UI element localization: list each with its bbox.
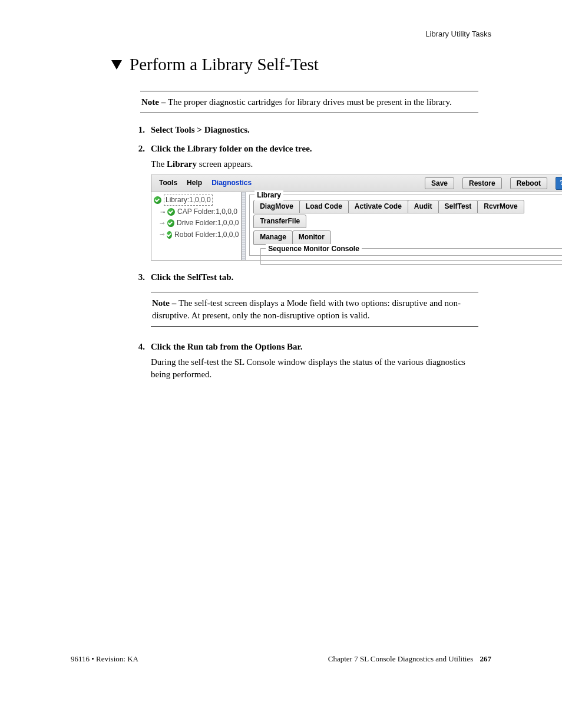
save-button[interactable]: Save	[425, 177, 454, 189]
step-num: 3.	[134, 271, 145, 335]
check-icon	[167, 231, 172, 239]
splitter[interactable]	[242, 192, 246, 260]
text: screen appears.	[197, 159, 253, 169]
check-icon	[154, 196, 161, 204]
tab-monitor[interactable]: Monitor	[292, 230, 331, 244]
footer-left: 96116 • Revision: KA	[71, 654, 138, 664]
running-head: Library Utility Tasks	[71, 29, 491, 38]
steps-list: 1. Select Tools > Diagnostics. 2. Click …	[71, 124, 478, 381]
tree-node-cap[interactable]: ⊸ CAP Folder:1,0,0,0	[158, 206, 240, 218]
step-num: 1.	[134, 124, 145, 137]
menu-tools[interactable]: Tools	[154, 177, 182, 189]
device-tree[interactable]: Library:1,0,0,0 ⊸ CAP Folder:1,0,0,0 ⊸ D…	[151, 192, 242, 260]
step-num: 2.	[134, 143, 145, 265]
step-3: Click the SelfTest tab.	[151, 272, 233, 282]
menu-help[interactable]: Help	[182, 177, 207, 189]
page-number: 267	[480, 654, 492, 663]
tree-label: CAP Folder:1,0,0,0	[177, 207, 237, 217]
expand-icon[interactable]: ⊸	[160, 209, 165, 215]
check-icon	[167, 219, 174, 227]
library-panel: Library DiagMove Load Code Activate Code…	[246, 192, 562, 260]
tab-manage[interactable]: Manage	[253, 230, 293, 244]
step-1: Select Tools > Diagnostics.	[151, 125, 250, 134]
tab-rcvrmove[interactable]: RcvrMove	[477, 200, 524, 213]
expand-icon[interactable]: ⊸	[160, 220, 165, 226]
note-block-1: Note – The proper diagnostic cartridges …	[140, 91, 478, 113]
check-icon	[167, 208, 175, 216]
footer-chapter: Chapter 7 SL Console Diagnostics and Uti…	[328, 654, 474, 663]
page-footer: 96116 • Revision: KA Chapter 7 SL Consol…	[71, 654, 491, 664]
tree-node-library[interactable]: Library:1,0,0,0	[153, 194, 240, 206]
text: The	[151, 159, 167, 169]
menu-diagnostics[interactable]: Diagnostics	[207, 177, 256, 189]
svg-marker-0	[111, 60, 122, 70]
sequence-monitor-console: Sequence Monitor Console	[260, 248, 562, 265]
tab-diagmove[interactable]: DiagMove	[253, 200, 300, 213]
tab-transferfile[interactable]: TransferFile	[253, 215, 306, 228]
triangle-down-icon	[111, 60, 123, 70]
note-label: Note –	[141, 97, 168, 107]
reboot-button[interactable]: Reboot	[510, 177, 547, 189]
inner-legend: Sequence Monitor Console	[266, 244, 362, 254]
note-label: Note –	[152, 298, 178, 308]
tree-node-drive[interactable]: ⊸ Drive Folder:1,0,0,0	[158, 218, 240, 229]
title-text: Perform a Library Self-Test	[130, 55, 319, 74]
tree-label: Drive Folder:1,0,0,0	[177, 218, 239, 228]
tab-audit[interactable]: Audit	[408, 200, 439, 213]
tab-selftest[interactable]: SelfTest	[438, 200, 478, 213]
tree-label: Library:1,0,0,0	[164, 195, 213, 206]
note-1-text: The proper diagnostic cartridges for lib…	[168, 97, 452, 107]
tree-node-robot[interactable]: ⊸ Robot Folder:1,0,0,0	[158, 229, 240, 241]
step-2-followup: The Library screen appears.	[151, 158, 562, 171]
step-2: Click the Library folder on the device t…	[151, 144, 312, 153]
tree-label: Robot Folder:1,0,0,0	[174, 230, 239, 240]
step-num: 4.	[134, 341, 145, 381]
tab-loadcode[interactable]: Load Code	[299, 200, 349, 213]
app-screenshot: Tools Help Diagnostics Save Restore Rebo…	[151, 174, 562, 261]
help-icon[interactable]: ?	[556, 177, 562, 190]
panel-legend: Library	[254, 190, 283, 200]
tab-activatecode[interactable]: Activate Code	[348, 200, 408, 213]
step-4-followup: During the self-test the SL Console wind…	[151, 356, 478, 382]
menubar: Tools Help Diagnostics Save Restore Rebo…	[151, 175, 562, 192]
note-2-text: The self-test screen displays a Mode fie…	[152, 298, 461, 319]
step-4: Click the Run tab from the Options Bar.	[151, 342, 303, 351]
tab-bar: DiagMove Load Code Activate Code Audit S…	[250, 195, 562, 246]
text-bold: Library	[167, 159, 197, 169]
expand-icon[interactable]: ⊸	[160, 232, 164, 238]
section-title: Perform a Library Self-Test	[111, 55, 491, 74]
restore-button[interactable]: Restore	[462, 177, 502, 189]
